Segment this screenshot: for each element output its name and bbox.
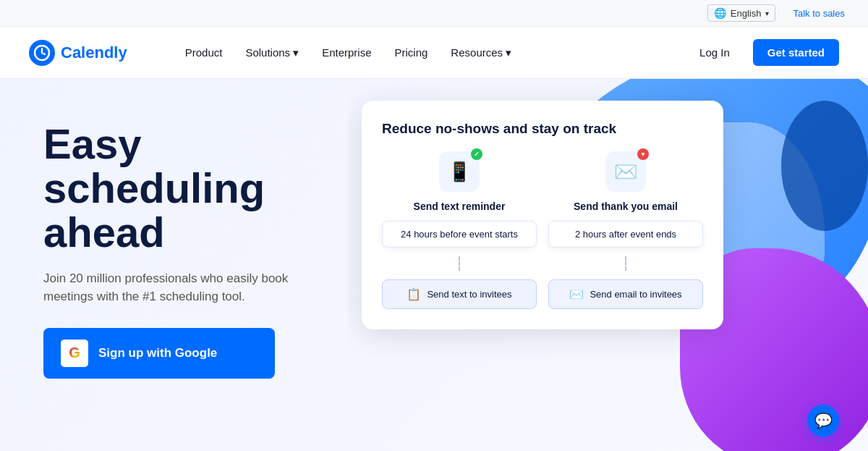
nav-item-product[interactable]: Product xyxy=(185,46,223,59)
send-text-icon: 📋 xyxy=(407,287,421,301)
nav-item-resources[interactable]: Resources ▾ xyxy=(451,46,511,59)
logo[interactable]: Calendly xyxy=(29,40,127,66)
chat-bubble-button[interactable]: 💬 xyxy=(807,405,839,437)
hero-headline: Easy scheduling ahead xyxy=(43,122,318,255)
card-row: 📱 ✓ Send text reminder 24 hours before e… xyxy=(382,151,703,309)
email-time: 2 hours after event ends xyxy=(548,221,703,248)
globe-icon: 🌐 xyxy=(714,7,726,19)
nav-links: Product Solutions ▾ Enterprise Pricing R… xyxy=(185,46,688,59)
logo-icon xyxy=(29,40,55,66)
google-signup-button[interactable]: G Sign up with Google xyxy=(43,328,275,379)
nav-actions: Log In Get started xyxy=(688,39,839,66)
chevron-down-icon: ▾ xyxy=(765,9,769,17)
send-email-action[interactable]: ✉️ Send email to invitees xyxy=(548,279,703,309)
hero-subtext: Join 20 million professionals who easily… xyxy=(43,269,318,306)
send-text-action[interactable]: 📋 Send text to invitees xyxy=(382,279,537,309)
card-col-email: ✉️ ♥ Send thank you email 2 hours after … xyxy=(548,151,703,309)
nav-item-pricing[interactable]: Pricing xyxy=(395,46,428,59)
language-label: English xyxy=(731,8,762,19)
logo-text: Calendly xyxy=(61,43,127,62)
login-button[interactable]: Log In xyxy=(688,41,741,64)
top-bar: 🌐 English ▾ Talk to sales xyxy=(0,0,868,27)
nav-item-enterprise[interactable]: Enterprise xyxy=(322,46,371,59)
resources-chevron-icon: ▾ xyxy=(506,46,511,59)
text-badge-icon: ✓ xyxy=(471,148,482,160)
email-badge-icon: ♥ xyxy=(637,148,649,160)
blob-darkblue xyxy=(781,101,868,231)
main-content: Easy scheduling ahead Join 20 million pr… xyxy=(0,79,868,451)
solutions-chevron-icon: ▾ xyxy=(293,46,299,59)
send-email-icon: ✉️ xyxy=(569,287,584,301)
hero-left: Easy scheduling ahead Join 20 million pr… xyxy=(0,79,347,451)
get-started-button[interactable]: Get started xyxy=(753,39,839,66)
talk-to-sales-link[interactable]: Talk to sales xyxy=(793,8,845,19)
nav-item-solutions[interactable]: Solutions ▾ xyxy=(245,46,299,59)
connector-line-1 xyxy=(459,256,460,271)
connector-line-2 xyxy=(625,256,626,271)
text-reminder-label: Send text reminder xyxy=(414,201,506,212)
hero-right: Reduce no-shows and stay on track 📱 ✓ Se… xyxy=(347,79,868,451)
email-icon: ✉️ ♥ xyxy=(605,151,646,192)
language-selector[interactable]: 🌐 English ▾ xyxy=(707,4,776,22)
card-title: Reduce no-shows and stay on track xyxy=(382,121,703,137)
text-reminder-time: 24 hours before event starts xyxy=(382,221,537,248)
email-label: Send thank you email xyxy=(574,201,678,212)
feature-card: Reduce no-shows and stay on track 📱 ✓ Se… xyxy=(362,101,723,329)
google-icon: G xyxy=(61,340,88,367)
card-col-text-reminder: 📱 ✓ Send text reminder 24 hours before e… xyxy=(382,151,537,309)
navbar: Calendly Product Solutions ▾ Enterprise … xyxy=(0,27,868,79)
text-reminder-icon: 📱 ✓ xyxy=(439,151,480,192)
